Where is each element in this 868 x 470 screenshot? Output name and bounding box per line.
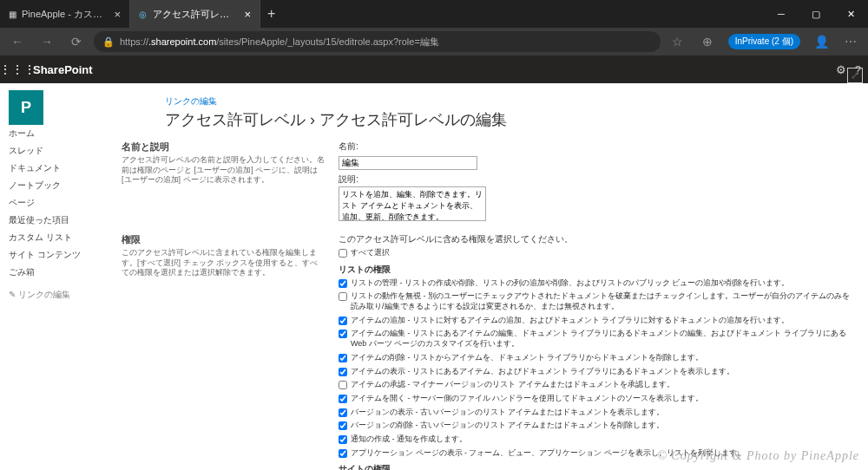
- breadcrumb-link[interactable]: リンクの編集: [165, 96, 217, 106]
- section-desc: アクセス許可レベルの名前と説明を入力してください。名前は権限のページと [ユーザ…: [122, 155, 325, 186]
- permission-label: バージョンの表示 - 古いバージョンのリスト アイテムまたはドキュメントを表示し…: [351, 408, 665, 418]
- permission-row[interactable]: リストの管理 - リストの作成や削除、リストの列の追加や削除、およびリストのパブ…: [339, 278, 851, 289]
- permission-label: リストの動作を無視 - 別のユーザーにチェックアウトされたドキュメントを破棄また…: [351, 291, 851, 311]
- nav-item[interactable]: サイト コンテンツ: [9, 246, 115, 264]
- permission-row[interactable]: バージョンの表示 - 古いバージョンのリスト アイテムまたはドキュメントを表示し…: [339, 408, 851, 418]
- page-header: リンクの編集 アクセス許可レベル › アクセス許可レベルの編集: [122, 95, 868, 130]
- gear-icon[interactable]: ⚙: [836, 63, 846, 76]
- permission-label: アイテムの削除 - リストからアイテムを、ドキュメント ライブラリからドキュメン…: [351, 353, 704, 363]
- browser-address-bar: ← → ⟳ 🔒 https://.sharepoint.com/sites/Pi…: [0, 28, 868, 55]
- watermark-text: © Copyright & Photo by PineApple: [657, 449, 859, 463]
- permission-checkbox[interactable]: [339, 421, 347, 430]
- breadcrumb: リンクの編集: [165, 95, 868, 108]
- address-field[interactable]: 🔒 https://.sharepoint.com/sites/PineAppl…: [94, 31, 661, 52]
- page-title: アクセス許可レベル › アクセス許可レベルの編集: [165, 109, 868, 130]
- desc-label: 説明:: [339, 173, 851, 186]
- section-title: 名前と説明: [122, 140, 325, 153]
- perm-group-list: リストの権限: [339, 264, 851, 276]
- section-desc: このアクセス許可レベルに含まれている権限を編集します。[すべて選択] チェック …: [122, 248, 325, 278]
- suite-app-name[interactable]: SharePoint: [33, 63, 93, 76]
- permission-row[interactable]: アイテムを開く - サーバー側のファイル ハンドラーを使用してドキュメントのソー…: [339, 394, 851, 404]
- permission-row[interactable]: アイテムの承認 - マイナー バージョンのリスト アイテムまたはドキュメントを承…: [339, 380, 851, 390]
- suite-bar: ⋮⋮⋮ SharePoint ⚙ ?: [0, 55, 868, 83]
- desc-textarea[interactable]: [339, 186, 486, 221]
- nav-edit-links[interactable]: リンクの編集: [9, 286, 115, 304]
- permission-checkbox[interactable]: [339, 354, 347, 362]
- permission-row[interactable]: リストの動作を無視 - 別のユーザーにチェックアウトされたドキュメントを破棄また…: [339, 291, 851, 311]
- window-controls: ─ ▢ ✕: [764, 0, 868, 28]
- close-window-button[interactable]: ✕: [833, 0, 868, 28]
- menu-button[interactable]: ⋯: [838, 29, 863, 54]
- tab-title: PineApple - カスタム リスト - すべて: [22, 8, 103, 21]
- name-label: 名前:: [339, 140, 851, 153]
- permission-label: 通知の作成 - 通知を作成します。: [351, 434, 467, 445]
- permission-checkbox[interactable]: [339, 435, 347, 444]
- nav-item[interactable]: カスタム リスト: [9, 229, 115, 246]
- permission-row[interactable]: アイテムの編集 - リストにあるアイテムの編集、ドキュメント ライブラリにあるド…: [339, 329, 851, 349]
- close-icon[interactable]: ×: [114, 8, 121, 21]
- url-scheme: https://: [120, 36, 148, 47]
- browser-tab[interactable]: ▦ PineApple - カスタム リスト - すべて ×: [0, 0, 130, 28]
- permission-checkbox[interactable]: [339, 330, 347, 338]
- permission-row[interactable]: 通知の作成 - 通知を作成します。: [339, 434, 851, 445]
- permission-row[interactable]: アイテムの表示 - リストにあるアイテム、およびドキュメント ライブラリにあるド…: [339, 367, 851, 377]
- expand-icon[interactable]: ⤢: [847, 68, 863, 83]
- collections-button[interactable]: ⊕: [695, 29, 720, 54]
- maximize-button[interactable]: ▢: [799, 0, 833, 28]
- inprivate-badge[interactable]: InPrivate (2 個): [728, 34, 800, 49]
- page-body: P ホームスレッドドキュメントノートブックページ最近使った項目カスタム リストサ…: [0, 83, 868, 470]
- page-title-current: アクセス許可レベルの編集: [319, 111, 507, 128]
- permission-checkbox[interactable]: [339, 292, 347, 301]
- url-text: https://.sharepoint.com/sites/PineApple/…: [120, 36, 439, 49]
- app-launcher-icon[interactable]: ⋮⋮⋮: [7, 59, 28, 80]
- permission-checkbox[interactable]: [339, 449, 347, 458]
- refresh-button[interactable]: ⟳: [64, 29, 89, 54]
- nav-item[interactable]: 最近使った項目: [9, 212, 115, 229]
- url-host: .sharepoint.com: [148, 36, 216, 47]
- nav-item[interactable]: ごみ箱: [9, 264, 115, 281]
- tab-favicon: ▦: [9, 8, 16, 20]
- browser-tab-active[interactable]: ◎ アクセス許可レベルの編集 ×: [130, 0, 260, 28]
- section-title: 権限: [122, 233, 325, 246]
- profile-icon[interactable]: 👤: [809, 29, 833, 54]
- page-title-parent[interactable]: アクセス許可レベル: [165, 111, 306, 128]
- tab-title: アクセス許可レベルの編集: [153, 8, 233, 21]
- close-icon[interactable]: ×: [244, 8, 251, 21]
- page-title-sep: ›: [310, 111, 315, 128]
- favorite-button[interactable]: ☆: [666, 29, 690, 54]
- nav-item[interactable]: ノートブック: [9, 177, 115, 194]
- select-all-checkbox-row[interactable]: すべて選択: [339, 248, 851, 258]
- nav-item[interactable]: ドキュメント: [9, 160, 115, 177]
- permission-row[interactable]: バージョンの削除 - 古いバージョンのリスト アイテムまたはドキュメントを削除し…: [339, 421, 851, 431]
- select-all-checkbox[interactable]: [339, 249, 347, 258]
- tab-favicon: ◎: [139, 8, 148, 20]
- permission-label: リストの管理 - リストの作成や削除、リストの列の追加や削除、およびリストのパブ…: [351, 278, 790, 289]
- permission-label: アイテムを開く - サーバー側のファイル ハンドラーを使用してドキュメントのソー…: [351, 394, 704, 404]
- permission-label: アイテムの追加 - リストに対するアイテムの追加、およびドキュメント ライブラリ…: [351, 316, 790, 326]
- nav-item[interactable]: ページ: [9, 194, 115, 212]
- permission-checkbox[interactable]: [339, 381, 347, 389]
- minimize-button[interactable]: ─: [764, 0, 799, 28]
- lock-icon: 🔒: [102, 36, 115, 48]
- site-logo-tile[interactable]: P: [9, 90, 43, 125]
- permission-checkbox[interactable]: [339, 279, 347, 288]
- back-button[interactable]: ←: [5, 29, 30, 54]
- nav-item[interactable]: スレッド: [9, 142, 115, 160]
- nav-item[interactable]: ホーム: [9, 125, 115, 142]
- permission-row[interactable]: アイテムの削除 - リストからアイテムを、ドキュメント ライブラリからドキュメン…: [339, 353, 851, 363]
- permission-row[interactable]: アイテムの追加 - リストに対するアイテムの追加、およびドキュメント ライブラリ…: [339, 316, 851, 326]
- permission-checkbox[interactable]: [339, 317, 347, 325]
- forward-button[interactable]: →: [35, 29, 59, 54]
- main-content: リンクの編集 アクセス許可レベル › アクセス許可レベルの編集 名前と説明 アク…: [122, 83, 868, 470]
- permission-checkbox[interactable]: [339, 408, 347, 417]
- left-nav: ホームスレッドドキュメントノートブックページ最近使った項目カスタム リストサイト…: [0, 83, 122, 470]
- permission-checkbox[interactable]: [339, 368, 347, 376]
- perm-group-site: サイトの権限: [339, 463, 851, 470]
- name-input[interactable]: [339, 156, 477, 170]
- permission-checkbox[interactable]: [339, 395, 347, 403]
- permission-label: アイテムの表示 - リストにあるアイテム、およびドキュメント ライブラリにあるド…: [351, 367, 735, 377]
- new-tab-button[interactable]: +: [260, 6, 282, 22]
- url-path: /sites/PineApple/_layouts/15/editrole.as…: [216, 36, 439, 47]
- perm-intro-text: このアクセス許可レベルに含める権限を選択してください。: [339, 233, 851, 245]
- nav-list: ホームスレッドドキュメントノートブックページ最近使った項目カスタム リストサイト…: [9, 125, 115, 304]
